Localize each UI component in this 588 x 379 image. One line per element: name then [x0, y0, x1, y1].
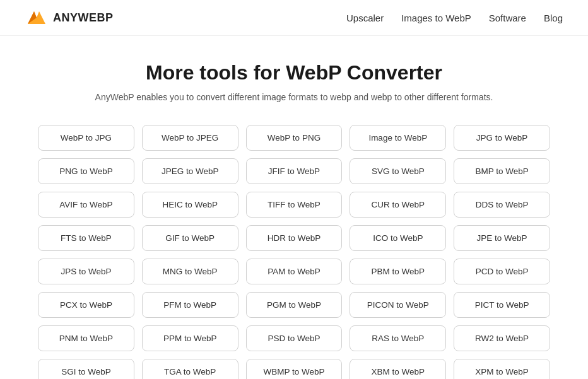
tool-btn-pam-to-webp[interactable]: PAM to WebP	[246, 259, 343, 284]
tool-btn-pict-to-webp[interactable]: PICT to WebP	[454, 292, 550, 318]
tool-btn-jpe-to-webp[interactable]: JPE to WebP	[454, 225, 550, 251]
tool-btn-ico-to-webp[interactable]: ICO to WebP	[350, 225, 446, 251]
tool-btn-cur-to-webp[interactable]: CUR to WebP	[350, 192, 446, 218]
tool-btn-tga-to-webp[interactable]: TGA to WebP	[142, 359, 238, 379]
tool-btn-mng-to-webp[interactable]: MNG to WebP	[142, 259, 238, 284]
tool-btn-rw2-to-webp[interactable]: RW2 to WebP	[454, 325, 550, 351]
tool-btn-hdr-to-webp[interactable]: HDR to WebP	[246, 225, 343, 251]
tool-btn-webp-to-jpg[interactable]: WebP to JPG	[38, 125, 134, 151]
nav-upscaler[interactable]: Upscaler	[346, 13, 384, 23]
tool-btn-bmp-to-webp[interactable]: BMP to WebP	[454, 158, 550, 184]
tool-btn-pfm-to-webp[interactable]: PFM to WebP	[142, 292, 238, 318]
tool-btn-sgi-to-webp[interactable]: SGI to WebP	[38, 359, 134, 379]
tool-btn-xbm-to-webp[interactable]: XBM to WebP	[350, 359, 446, 379]
tools-grid: WebP to JPGWebP to JPEGWebP to PNGImage …	[38, 125, 550, 379]
tool-btn-svg-to-webp[interactable]: SVG to WebP	[350, 158, 446, 184]
tool-btn-jpg-to-webp[interactable]: JPG to WebP	[454, 125, 550, 151]
tool-btn-heic-to-webp[interactable]: HEIC to WebP	[142, 192, 238, 218]
tool-btn-pcx-to-webp[interactable]: PCX to WebP	[38, 292, 134, 318]
tool-btn-pcd-to-webp[interactable]: PCD to WebP	[454, 259, 550, 284]
site-header: ANYWEBP Upscaler Images to WebP Software…	[0, 0, 588, 36]
tool-btn-jps-to-webp[interactable]: JPS to WebP	[38, 259, 134, 284]
tool-btn-tiff-to-webp[interactable]: TIFF to WebP	[246, 192, 343, 218]
nav-images-to-webp[interactable]: Images to WebP	[401, 13, 471, 23]
tool-btn-psd-to-webp[interactable]: PSD to WebP	[246, 325, 343, 351]
tool-btn-xpm-to-webp[interactable]: XPM to WebP	[454, 359, 550, 379]
tool-btn-ras-to-webp[interactable]: RAS to WebP	[350, 325, 446, 351]
tool-btn-pnm-to-webp[interactable]: PNM to WebP	[38, 325, 134, 351]
tool-btn-dds-to-webp[interactable]: DDS to WebP	[454, 192, 550, 218]
tool-btn-jpeg-to-webp[interactable]: JPEG to WebP	[142, 158, 238, 184]
main-nav: Upscaler Images to WebP Software Blog	[346, 13, 563, 23]
logo-text: ANYWEBP	[53, 11, 114, 25]
tool-btn-image-to-webp[interactable]: Image to WebP	[350, 125, 446, 151]
page-title: More tools for WebP Converter	[38, 61, 550, 85]
tool-btn-webp-to-png[interactable]: WebP to PNG	[246, 125, 343, 151]
main-content: More tools for WebP Converter AnyWebP en…	[0, 36, 588, 379]
tool-btn-gif-to-webp[interactable]: GIF to WebP	[142, 225, 238, 251]
logo[interactable]: ANYWEBP	[25, 6, 114, 29]
page-subtitle: AnyWebP enables you to convert different…	[38, 92, 550, 102]
tool-btn-fts-to-webp[interactable]: FTS to WebP	[38, 225, 134, 251]
tool-btn-ppm-to-webp[interactable]: PPM to WebP	[142, 325, 238, 351]
tool-btn-pgm-to-webp[interactable]: PGM to WebP	[246, 292, 343, 318]
tool-btn-picon-to-webp[interactable]: PICON to WebP	[350, 292, 446, 318]
tool-btn-webp-to-jpeg[interactable]: WebP to JPEG	[142, 125, 238, 151]
nav-blog[interactable]: Blog	[544, 13, 563, 23]
nav-software[interactable]: Software	[489, 13, 526, 23]
tool-btn-jfif-to-webp[interactable]: JFIF to WebP	[246, 158, 343, 184]
tool-btn-png-to-webp[interactable]: PNG to WebP	[38, 158, 134, 184]
tool-btn-avif-to-webp[interactable]: AVIF to WebP	[38, 192, 134, 218]
tool-btn-pbm-to-webp[interactable]: PBM to WebP	[350, 259, 446, 284]
tool-btn-wbmp-to-webp[interactable]: WBMP to WebP	[246, 359, 343, 379]
logo-icon	[25, 6, 48, 29]
